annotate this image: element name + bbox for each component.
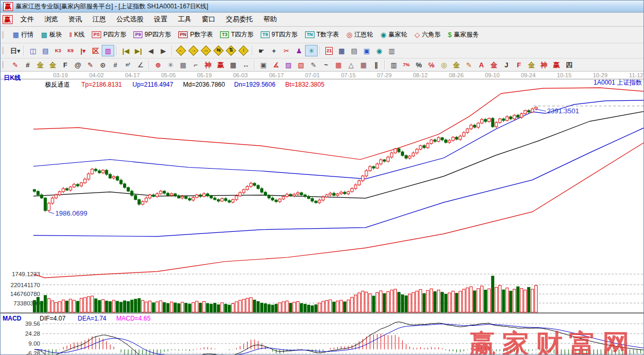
percent-lines-icon[interactable]: ℅ bbox=[426, 60, 437, 70]
ying-angle-icon[interactable]: 赢 bbox=[551, 60, 562, 70]
nine-p-square-button[interactable]: P99P四方形 bbox=[130, 29, 175, 40]
gann-grid-icon[interactable]: # bbox=[22, 60, 33, 70]
ying-tool-icon[interactable]: 赢 bbox=[215, 60, 226, 70]
j-angle-icon[interactable]: J bbox=[501, 60, 512, 70]
kline-3-icon[interactable]: K3 bbox=[52, 45, 64, 56]
gold-lines2-icon[interactable]: 金 bbox=[451, 60, 462, 70]
period-day-selector[interactable]: 日▾ bbox=[9, 45, 21, 56]
tick-chart-icon[interactable]: ◫ bbox=[27, 45, 39, 56]
t-number-table-button[interactable]: TNT数字表 bbox=[301, 29, 343, 40]
width-measure-icon[interactable]: ↔ bbox=[240, 60, 251, 70]
seven-percent-icon[interactable]: 7% bbox=[400, 60, 412, 70]
shen-tool-icon[interactable]: 神 bbox=[202, 60, 214, 70]
purple-fan-icon[interactable]: ▨ bbox=[283, 60, 294, 70]
gold-ratio-lines-icon[interactable]: 金 bbox=[34, 60, 46, 70]
gold-circle-icon[interactable]: ◎ bbox=[438, 60, 449, 70]
si-angle-icon[interactable]: 四 bbox=[563, 60, 575, 70]
calendar-icon[interactable]: 21 bbox=[323, 45, 335, 56]
column-count-icon[interactable]: ▥ bbox=[388, 60, 399, 70]
t-square-button[interactable]: T3T四方形 bbox=[216, 29, 257, 40]
quote-board-icon[interactable]: ▤ bbox=[40, 45, 51, 56]
gold-angle-icon[interactable]: 金 bbox=[526, 60, 537, 70]
gann-target-icon[interactable]: ⊕ bbox=[152, 60, 164, 70]
shen-angle-icon[interactable]: 神 bbox=[538, 60, 550, 70]
menu-item-5[interactable]: 设置 bbox=[149, 13, 173, 26]
menu-item-1[interactable]: 浏览 bbox=[39, 13, 63, 26]
a-wave-icon[interactable]: A bbox=[476, 60, 487, 70]
crosshair-icon[interactable]: + bbox=[268, 45, 280, 56]
gann-wheel-button[interactable]: ◎江恩轮 bbox=[343, 29, 376, 40]
grid-123-icon[interactable]: ▦ bbox=[227, 60, 239, 70]
triangle-dots-icon[interactable]: △ bbox=[345, 60, 357, 70]
brush-icon[interactable]: ✎ bbox=[84, 60, 96, 70]
menu-item-4[interactable]: 公式选股 bbox=[111, 13, 149, 26]
prev-bar-icon[interactable]: ◀ bbox=[145, 45, 156, 56]
menu-item-3[interactable]: 江恩 bbox=[87, 13, 111, 26]
wave-check-icon[interactable]: ~ bbox=[320, 60, 332, 70]
menu-item-9[interactable]: 帮助 bbox=[258, 13, 282, 26]
stamp-icon[interactable]: ♟ bbox=[293, 45, 305, 56]
kline-period-icon[interactable]: |▾ bbox=[77, 45, 89, 56]
app-window: 赢 赢家江恩专业版[赢家内部服务平台] - [上证指数 SH1A0001-167… bbox=[0, 0, 644, 355]
red-fan-icon[interactable]: ∡ bbox=[270, 60, 282, 70]
red-grid-icon[interactable]: ▦ bbox=[333, 60, 344, 70]
menu-item-0[interactable]: 文件 bbox=[15, 13, 39, 26]
hexagon-button[interactable]: ◇六角形 bbox=[411, 29, 444, 40]
corner-tool-icon[interactable]: ⌐ bbox=[190, 60, 201, 70]
f-angle-icon[interactable]: F bbox=[513, 60, 525, 70]
memo-icon[interactable]: ▤ bbox=[348, 45, 360, 56]
cut-icon[interactable]: ✂ bbox=[281, 45, 292, 56]
calculator-icon[interactable]: ▦ bbox=[336, 45, 347, 56]
fibonacci-lines-icon[interactable]: F bbox=[59, 60, 71, 70]
percent-icon[interactable]: % bbox=[413, 60, 424, 70]
market-quotes-button[interactable]: ▦行情 bbox=[9, 29, 37, 40]
box-tool-icon[interactable]: ▣ bbox=[258, 60, 269, 70]
square-fan-icon[interactable]: ▧ bbox=[295, 60, 307, 70]
last-bar-icon[interactable]: ▶| bbox=[132, 45, 144, 56]
winner-wheel-button[interactable]: ◉赢家轮 bbox=[377, 29, 411, 40]
volume-chart-icon[interactable]: ▥ bbox=[102, 45, 114, 56]
indicator-value: Tp=2186.8131 bbox=[81, 81, 122, 88]
p-number-table-button[interactable]: PNP数字表 bbox=[175, 29, 217, 40]
gold-section-lines-icon[interactable]: 金 bbox=[47, 60, 58, 70]
parallel-lines-icon[interactable]: ∥ bbox=[370, 60, 382, 70]
spiral-icon[interactable]: @ bbox=[72, 60, 83, 70]
kline-button[interactable]: ‖K线 bbox=[66, 29, 88, 40]
next-bar-icon[interactable]: ▶ bbox=[157, 45, 169, 56]
nine-t-square-button[interactable]: T99T四方形 bbox=[257, 29, 301, 40]
first-bar-icon[interactable]: |◀ bbox=[120, 45, 131, 56]
market-quotes-button-icon: ▦ bbox=[13, 31, 19, 38]
print-icon[interactable]: ▥ bbox=[386, 45, 397, 56]
compress-vertical-icon[interactable]: ⇅ bbox=[225, 45, 237, 56]
expand-horizontal-icon[interactable]: ↔ bbox=[200, 45, 212, 56]
menu-item-2[interactable]: 资讯 bbox=[63, 13, 87, 26]
menu-item-7[interactable]: 窗口 bbox=[197, 13, 221, 26]
square-n2-icon[interactable]: n² bbox=[122, 60, 133, 70]
pan-hand-icon[interactable]: ☛ bbox=[256, 45, 267, 56]
gann-clock-icon[interactable]: ⊙ bbox=[97, 60, 108, 70]
time-lines-icon[interactable]: # bbox=[110, 60, 121, 70]
expand-vertical-icon[interactable]: ↕ bbox=[238, 45, 249, 56]
chart-canvas[interactable]: 03-1904-0204-1705-0505-1906-0306-1707-01… bbox=[1, 72, 643, 355]
sector-board-button[interactable]: ▩板块 bbox=[38, 29, 66, 40]
menu-item-8[interactable]: 交易委托 bbox=[221, 13, 258, 26]
shift-left-icon[interactable]: ← bbox=[175, 45, 187, 56]
winner-service-button[interactable]: $赢家服务 bbox=[444, 29, 482, 40]
gann-box-web-icon[interactable]: ▩ bbox=[177, 60, 189, 70]
compress-horizontal-icon[interactable]: ⇆ bbox=[213, 45, 224, 56]
menu-item-6[interactable]: 工具 bbox=[173, 13, 197, 26]
region-stat-icon[interactable]: 区 bbox=[90, 45, 101, 56]
flag-brush-icon[interactable]: ✎ bbox=[463, 60, 475, 70]
pencil-lines-icon[interactable]: ✎ bbox=[308, 60, 319, 70]
double-grid-icon[interactable]: ▦ bbox=[358, 60, 369, 70]
gann-web-icon[interactable]: ✳ bbox=[165, 60, 176, 70]
disc-icon[interactable]: ◉ bbox=[373, 45, 385, 56]
angle-measure-icon[interactable]: ∠ bbox=[135, 60, 146, 70]
kline-9-icon[interactable]: K9 bbox=[65, 45, 76, 56]
shift-right-icon[interactable]: → bbox=[188, 45, 199, 56]
gold-red-icon[interactable]: 金 bbox=[488, 60, 500, 70]
save-icon[interactable]: ▣ bbox=[361, 45, 372, 56]
p-square-button[interactable]: PSP四方形 bbox=[88, 29, 130, 40]
smart-analysis-icon[interactable]: ✳ bbox=[306, 45, 317, 56]
draw-pen-icon[interactable]: ✎ bbox=[9, 60, 21, 70]
